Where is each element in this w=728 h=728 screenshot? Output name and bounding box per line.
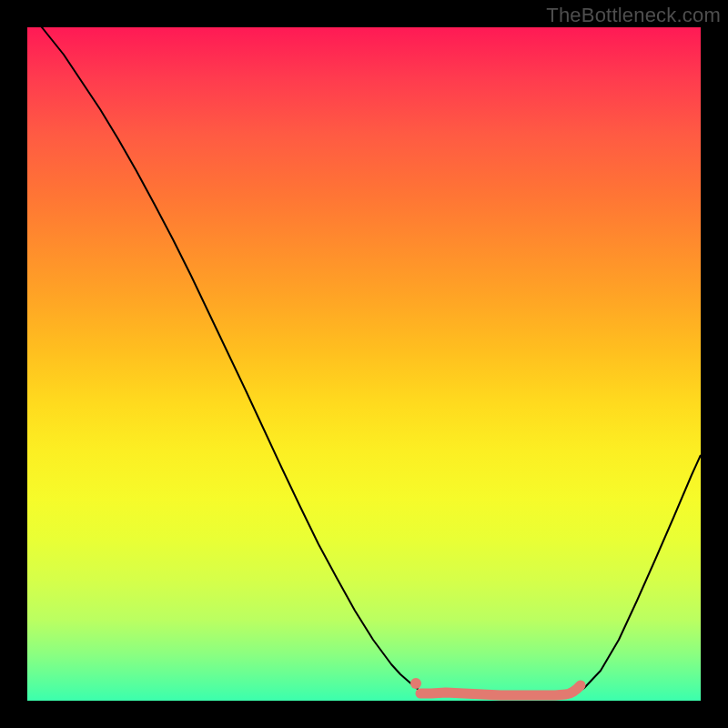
svg-point-0 (410, 678, 421, 689)
highlight-segment (27, 27, 701, 701)
plot-area (27, 27, 701, 701)
watermark-text: TheBottleneck.com (546, 4, 721, 27)
